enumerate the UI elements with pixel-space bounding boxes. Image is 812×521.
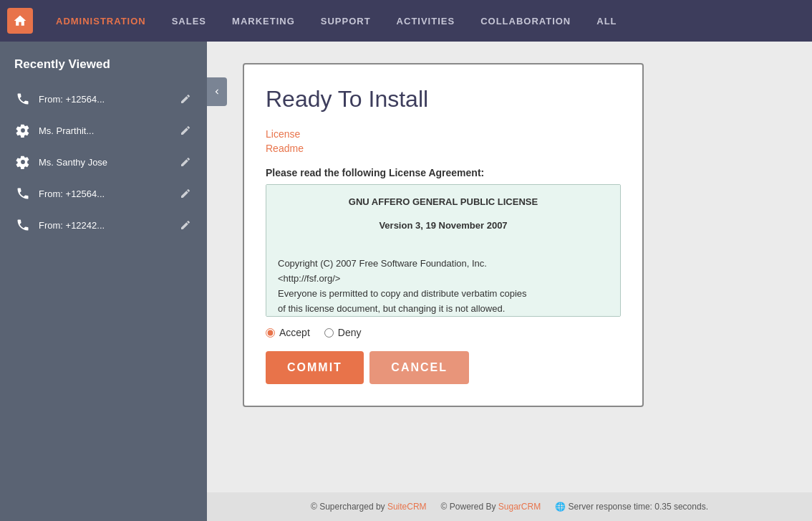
license-title-line2: Version 3, 19 November 2007	[278, 219, 609, 234]
sidebar-item-4[interactable]: From: +12242...	[0, 209, 207, 241]
nav-item-sales[interactable]: SALES	[159, 16, 219, 27]
phone-icon-4	[14, 216, 32, 234]
dialog-title: Ready To Install	[266, 86, 621, 113]
sidebar-item-3[interactable]: From: +12564...	[0, 178, 207, 209]
nav-item-collaboration[interactable]: COLLABORATION	[468, 16, 584, 27]
sidebar-item-2[interactable]: Ms. Santhy Jose	[0, 146, 207, 178]
nav-item-administration[interactable]: ADMINISTRATION	[43, 16, 159, 27]
license-link[interactable]: License	[266, 128, 621, 140]
cancel-button[interactable]: CANCEL	[369, 351, 469, 384]
nav-item-marketing[interactable]: MARKETING	[219, 16, 308, 27]
edit-icon-2[interactable]	[178, 155, 193, 169]
main-layout: Recently Viewed From: +12564... Ms. Prar…	[0, 42, 812, 521]
deny-label: Deny	[338, 327, 362, 338]
nav-item-all[interactable]: ALL	[584, 16, 629, 27]
sidebar-title: Recently Viewed	[0, 42, 207, 83]
nav-item-activities[interactable]: ACTIVITIES	[384, 16, 468, 27]
nav-item-support[interactable]: SUPPORT	[308, 16, 384, 27]
deny-radio-option[interactable]: Deny	[324, 327, 362, 338]
collapse-sidebar-button[interactable]	[207, 77, 227, 106]
edit-icon-1[interactable]	[178, 123, 193, 138]
sidebar-label-0: From: +12564...	[39, 94, 178, 105]
phone-icon-3	[14, 185, 32, 202]
gear-icon-1	[14, 122, 32, 139]
license-body: Copyright (C) 2007 Free Software Foundat…	[278, 257, 609, 316]
sidebar-label-1: Ms. Prarthit...	[39, 125, 178, 136]
footer-server-time: 🌐 Server response time: 0.35 seconds.	[555, 502, 708, 512]
commit-button[interactable]: COMMIT	[266, 351, 364, 384]
sidebar-label-3: From: +12564...	[39, 188, 178, 199]
radio-group: Accept Deny	[266, 327, 621, 338]
accept-radio[interactable]	[266, 328, 275, 338]
license-text-box[interactable]: GNU AFFERO GENERAL PUBLIC LICENSE Versio…	[266, 184, 621, 317]
accept-radio-option[interactable]: Accept	[266, 327, 310, 338]
gear-icon-2	[14, 153, 32, 171]
sugarcrm-link[interactable]: SugarCRM	[498, 502, 541, 512]
top-navigation: ADMINISTRATION SALES MARKETING SUPPORT A…	[0, 0, 812, 42]
edit-icon-0[interactable]	[178, 92, 193, 106]
license-agreement-label: Please read the following License Agreem…	[266, 167, 621, 178]
sidebar-label-2: Ms. Santhy Jose	[39, 157, 178, 168]
suitecrm-link[interactable]: SuiteCRM	[387, 502, 427, 512]
readme-link[interactable]: Readme	[266, 143, 621, 154]
sidebar-item-1[interactable]: Ms. Prarthit...	[0, 115, 207, 146]
sidebar-item-0[interactable]: From: +12564...	[0, 83, 207, 115]
footer-sugarcrm-text: © Powered By SugarCRM	[441, 502, 541, 512]
phone-icon-0	[14, 90, 32, 107]
install-dialog: Ready To Install License Readme Please r…	[243, 63, 644, 407]
license-title-line1: GNU AFFERO GENERAL PUBLIC LICENSE	[278, 195, 609, 210]
sidebar-label-4: From: +12242...	[39, 220, 178, 231]
footer-suitecrm-text: © Supercharged by SuiteCRM	[311, 502, 427, 512]
footer: © Supercharged by SuiteCRM © Powered By …	[207, 492, 812, 521]
edit-icon-3[interactable]	[178, 186, 193, 201]
deny-radio[interactable]	[324, 328, 334, 338]
action-buttons: COMMIT CANCEL	[266, 351, 621, 384]
sidebar: Recently Viewed From: +12564... Ms. Prar…	[0, 42, 207, 521]
accept-label: Accept	[279, 327, 310, 338]
home-icon[interactable]	[7, 8, 33, 34]
edit-icon-4[interactable]	[178, 218, 193, 232]
content-area: Ready To Install License Readme Please r…	[207, 42, 812, 521]
